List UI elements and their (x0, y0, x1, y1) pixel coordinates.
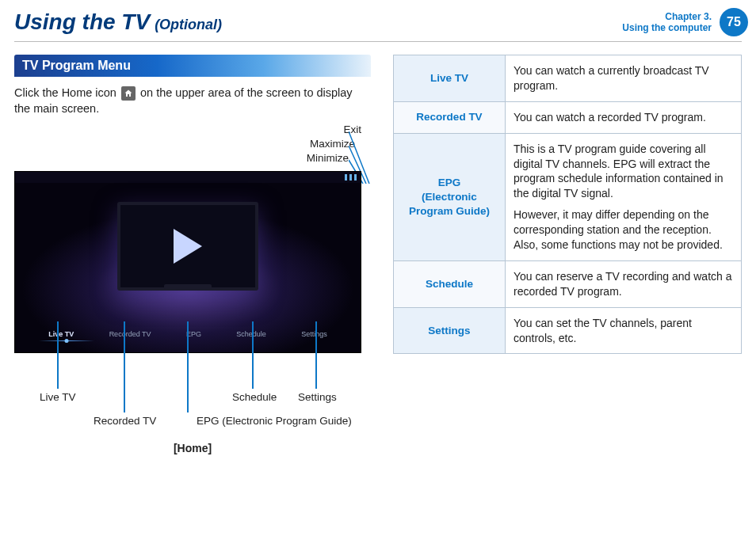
row-label: Live TV (394, 55, 506, 102)
maximize-icon[interactable] (349, 174, 352, 181)
callout-recorded-tv: Recorded TV (94, 415, 156, 427)
intro-text: Click the Home icon on the upper area of… (14, 85, 371, 117)
row-label: Recorded TV (394, 101, 506, 133)
table-row: EPG (Electronic Program Guide) This is a… (394, 133, 742, 260)
chapter-line2: Using the computer (622, 22, 712, 33)
callout-settings: Settings (298, 391, 337, 403)
chapter-line1: Chapter 3. (622, 11, 712, 22)
intro-before: Click the Home icon (14, 86, 116, 99)
row-desc: You can watch a currently broadcast TV p… (506, 55, 742, 102)
tab-live-tv[interactable]: Live TV (48, 330, 74, 338)
page-number-badge: 75 (720, 8, 748, 36)
page-title: Using the TV (14, 10, 150, 35)
table-row: Settings You can set the TV channels, pa… (394, 307, 742, 354)
row-desc: You can reserve a TV recording and watch… (506, 260, 742, 307)
page-header: Using the TV (Optional) Chapter 3. Using… (0, 8, 756, 38)
left-column: TV Program Menu Click the Home icon on t… (14, 55, 371, 454)
active-tab-indicator (39, 340, 94, 341)
header-divider (14, 41, 742, 42)
callout-epg: EPG (Electronic Program Guide) (197, 415, 352, 427)
table-row: Live TV You can watch a currently broadc… (394, 55, 742, 102)
row-label: Schedule (394, 260, 506, 307)
bottom-callouts: Live TV Recorded TV EPG (Electronic Prog… (14, 353, 371, 440)
callout-minimize: Minimize (307, 152, 349, 164)
tab-settings[interactable]: Settings (301, 330, 327, 338)
play-icon[interactable] (174, 229, 202, 264)
row-desc: This is a TV program guide covering all … (506, 133, 742, 260)
titlebar (15, 172, 361, 183)
callout-live-tv: Live TV (40, 391, 76, 403)
minimize-icon[interactable] (345, 174, 347, 181)
row-label: EPG (Electronic Program Guide) (394, 133, 506, 260)
row-desc-p2: However, it may differ depending on the … (514, 207, 733, 253)
callout-line (57, 321, 59, 389)
table-row: Recorded TV You can watch a recorded TV … (394, 101, 742, 133)
home-icon (121, 86, 136, 101)
callout-line (187, 321, 189, 412)
home-caption: [Home] (14, 442, 371, 454)
row-label: Settings (394, 307, 506, 354)
tv-stand (164, 284, 212, 289)
close-icon[interactable] (354, 174, 357, 181)
row-desc: You can watch a recorded TV program. (506, 101, 742, 133)
callout-line (315, 321, 317, 389)
section-heading: TV Program Menu (14, 55, 371, 77)
tab-epg[interactable]: EPG (186, 330, 201, 338)
header-right: Chapter 3. Using the computer 75 (622, 8, 756, 36)
right-column: Live TV You can watch a currently broadc… (393, 55, 742, 454)
callout-line (252, 321, 254, 389)
window-control-callouts: Exit Maximize Minimize (14, 124, 371, 171)
row-desc: You can set the TV channels, parent cont… (506, 307, 742, 354)
tab-recorded-tv[interactable]: Recorded TV (109, 330, 151, 338)
tv-illustration (117, 202, 258, 291)
callout-line (124, 321, 125, 412)
feature-table: Live TV You can watch a currently broadc… (393, 55, 742, 354)
row-desc-p1: This is a TV program guide covering all … (514, 142, 733, 202)
chapter-label: Chapter 3. Using the computer (622, 11, 712, 34)
page-subtitle: (Optional) (155, 17, 222, 36)
callout-schedule: Schedule (232, 391, 277, 403)
table-row: Schedule You can reserve a TV recording … (394, 260, 742, 307)
